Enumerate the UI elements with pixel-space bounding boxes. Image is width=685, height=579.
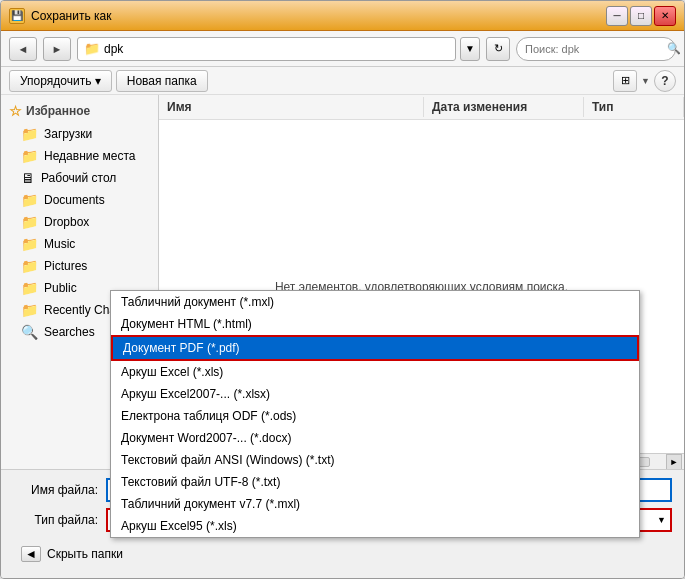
forward-button[interactable]: ► (43, 37, 71, 61)
hide-icon: ◄ (21, 546, 41, 562)
menu-bar: Упорядочить ▾ Новая папка ⊞ ▼ ? (1, 67, 684, 95)
window-icon: 💾 (9, 8, 25, 24)
sidebar-item-documents[interactable]: 📁 Documents (1, 189, 158, 211)
scroll-right-button[interactable]: ► (666, 454, 682, 470)
music-icon: 📁 (21, 236, 38, 252)
hide-arrow-icon: ◄ (25, 547, 37, 561)
sidebar-item-label: Недавние места (44, 149, 135, 163)
dropdown-item-mxl77[interactable]: Табличний документ v7.7 (*.mxl) (111, 493, 639, 515)
bottom-row: ◄ Скрыть папки (13, 538, 672, 570)
dropdown-item-docx[interactable]: Документ Word2007-... (*.docx) (111, 427, 639, 449)
refresh-button[interactable]: ↻ (486, 37, 510, 61)
downloads-icon: 📁 (21, 126, 38, 142)
public-icon: 📁 (21, 280, 38, 296)
sidebar-item-label: Music (44, 237, 75, 251)
toolbar: ◄ ► 📁 dpk ▼ ↻ 🔍 (1, 31, 684, 67)
sidebar-item-label: Рабочий стол (41, 171, 116, 185)
title-bar: 💾 Сохранить как ─ □ ✕ (1, 1, 684, 31)
title-bar-left: 💾 Сохранить как (9, 8, 111, 24)
column-date-header[interactable]: Дата изменения (424, 97, 584, 117)
col-date-label: Дата изменения (432, 100, 527, 114)
dropdown-arrow: ▼ (657, 515, 666, 525)
path-dropdown-button[interactable]: ▼ (460, 37, 480, 61)
dropdown-item-txt-ansi[interactable]: Текстовий файл ANSI (Windows) (*.txt) (111, 449, 639, 471)
sidebar-item-label: Public (44, 281, 77, 295)
sidebar-item-label: Dropbox (44, 215, 89, 229)
filetype-label: Тип файла: (13, 513, 98, 527)
path-display[interactable]: 📁 dpk (77, 37, 456, 61)
help-button[interactable]: ? (654, 70, 676, 92)
path-text: dpk (104, 42, 123, 56)
dropdown-item-xls[interactable]: Аркуш Excel (*.xls) (111, 361, 639, 383)
col-type-label: Тип (592, 100, 614, 114)
dropbox-icon: 📁 (21, 214, 38, 230)
sidebar-item-label: Searches (44, 325, 95, 339)
dropdown-item-ods[interactable]: Електрона таблиця ODF (*.ods) (111, 405, 639, 427)
help-icon: ? (661, 74, 668, 88)
sidebar-item-downloads[interactable]: 📁 Загрузки (1, 123, 158, 145)
filename-label: Имя файла: (13, 483, 98, 497)
sidebar-item-dropbox[interactable]: 📁 Dropbox (1, 211, 158, 233)
recent-icon: 📁 (21, 148, 38, 164)
recently-icon: 📁 (21, 302, 38, 318)
sidebar-item-pictures[interactable]: 📁 Pictures (1, 255, 158, 277)
documents-icon: 📁 (21, 192, 38, 208)
dropdown-item-txt-utf8[interactable]: Текстовий файл UTF-8 (*.txt) (111, 471, 639, 493)
desktop-icon: 🖥 (21, 170, 35, 186)
window-title: Сохранить как (31, 9, 111, 23)
view-arrow: ▼ (641, 76, 650, 86)
hide-folders-button[interactable]: ◄ Скрыть папки (13, 542, 131, 566)
col-name-label: Имя (167, 100, 192, 114)
title-buttons: ─ □ ✕ (606, 6, 676, 26)
filetype-dropdown: Табличний документ (*.mxl) Документ HTML… (110, 290, 640, 538)
maximize-button[interactable]: □ (630, 6, 652, 26)
column-type-header[interactable]: Тип (584, 97, 684, 117)
column-name-header[interactable]: Имя (159, 97, 424, 117)
close-button[interactable]: ✕ (654, 6, 676, 26)
view-icon: ⊞ (621, 74, 630, 87)
searches-icon: 🔍 (21, 324, 38, 340)
sidebar-favorites-header: ☆ Избранное (1, 99, 158, 123)
minimize-button[interactable]: ─ (606, 6, 628, 26)
dropdown-item-xls95[interactable]: Аркуш Excel95 (*.xls) (111, 515, 639, 537)
sidebar-item-label: Загрузки (44, 127, 92, 141)
bottom-section: Имя файла: Тип файла: Табличный документ… (1, 469, 684, 578)
save-dialog: 💾 Сохранить как ─ □ ✕ ◄ ► 📁 dpk ▼ ↻ 🔍 (0, 0, 685, 579)
search-box: 🔍 (516, 37, 676, 61)
sidebar-item-recent[interactable]: 📁 Недавние места (1, 145, 158, 167)
sidebar-item-label: Pictures (44, 259, 87, 273)
view-button[interactable]: ⊞ (613, 70, 637, 92)
pictures-icon: 📁 (21, 258, 38, 274)
dropdown-item-mxl[interactable]: Табличний документ (*.mxl) (111, 291, 639, 313)
sidebar-header-label: Избранное (26, 104, 90, 118)
sidebar-item-music[interactable]: 📁 Music (1, 233, 158, 255)
sidebar-item-label: Documents (44, 193, 105, 207)
back-button[interactable]: ◄ (9, 37, 37, 61)
dropdown-item-xlsx[interactable]: Аркуш Excel2007-... (*.xlsx) (111, 383, 639, 405)
location-bar: 📁 dpk ▼ (77, 37, 480, 61)
organize-label: Упорядочить ▾ (20, 74, 101, 88)
star-icon: ☆ (9, 103, 22, 119)
search-icon: 🔍 (667, 42, 681, 55)
hide-folders-label: Скрыть папки (47, 547, 123, 561)
new-folder-button[interactable]: Новая папка (116, 70, 208, 92)
organize-button[interactable]: Упорядочить ▾ (9, 70, 112, 92)
dropdown-item-html[interactable]: Документ HTML (*.html) (111, 313, 639, 335)
folder-icon: 📁 (84, 41, 100, 56)
search-input[interactable] (525, 43, 663, 55)
dropdown-item-pdf[interactable]: Документ PDF (*.pdf) (111, 335, 639, 361)
column-headers: Имя Дата изменения Тип (159, 95, 684, 120)
new-folder-label: Новая папка (127, 74, 197, 88)
sidebar-item-desktop[interactable]: 🖥 Рабочий стол (1, 167, 158, 189)
